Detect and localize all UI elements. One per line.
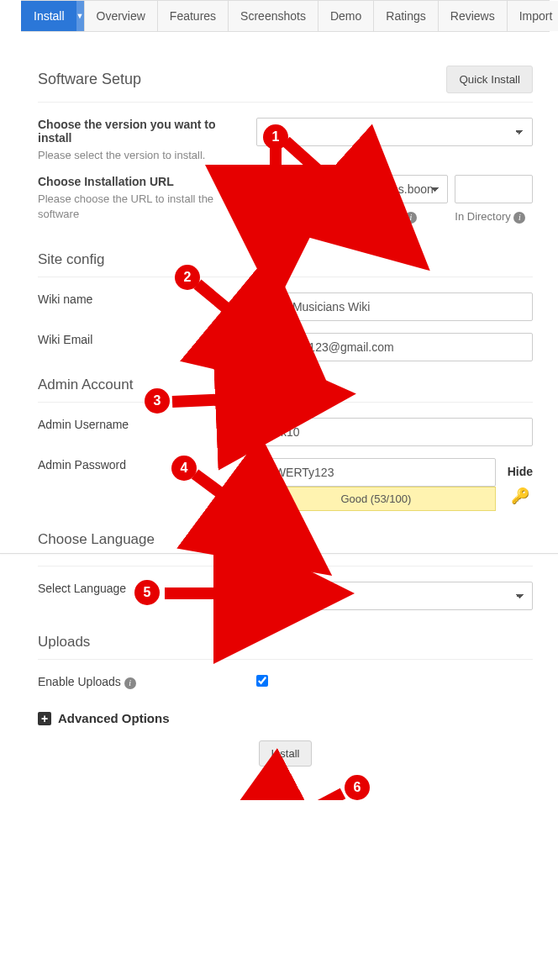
tabs-nav: Install ▼ Overview Features Screenshots … [21,0,550,32]
tab-screenshots[interactable]: Screenshots [228,1,318,31]
in-directory-input[interactable] [455,175,533,203]
tab-demo[interactable]: Demo [318,1,373,31]
generate-key-icon[interactable]: 🔑 [511,487,529,505]
admin-username-input[interactable] [256,418,533,446]
annotation-badge-1: 1 [263,124,288,150]
protocol-caption: Choose Protocol [256,210,297,235]
divider [38,402,533,403]
domain-select[interactable]: usamusicians.boon [324,175,448,203]
wiki-email-input[interactable] [256,333,533,361]
password-strength: Good (53/100) [256,487,496,511]
version-select[interactable]: 0 [256,118,533,146]
divider [38,102,533,103]
language-select[interactable]: English [256,582,533,610]
install-url-sublabel: Please choose the URL to install the sof… [38,192,241,222]
tab-features[interactable]: Features [157,1,228,31]
divider [38,659,533,660]
annotation-badge-2: 2 [175,265,200,290]
advanced-options-label: Advanced Options [58,711,170,725]
uploads-title: Uploads [38,634,90,651]
tab-ratings[interactable]: Ratings [373,1,437,31]
divider [38,566,533,566]
admin-password-label: Admin Password [38,458,241,472]
advanced-options-toggle[interactable]: + Advanced Options [38,711,533,725]
quick-install-button[interactable]: Quick Install [446,66,533,93]
annotation-badge-5: 5 [134,580,160,605]
tab-overview[interactable]: Overview [84,1,157,31]
annotation-badge-3: 3 [145,388,170,414]
version-label: Choose the version you want to install [38,118,241,145]
wiki-name-input[interactable] [256,292,533,321]
enable-uploads-label: Enable Uploads [38,675,121,688]
admin-password-input[interactable] [256,458,496,487]
admin-account-title: Admin Account [38,377,133,393]
plus-icon: + [38,712,51,725]
annotation-badge-6: 6 [345,775,370,800]
indir-caption: In Directory [455,210,510,223]
hide-password-link[interactable]: Hide [508,465,533,478]
protocol-select[interactable]: http:// [256,175,317,203]
divider [38,277,533,277]
enable-uploads-checkbox[interactable] [256,675,268,687]
annotation-badge-4: 4 [171,456,197,481]
info-icon[interactable]: i [405,212,417,224]
admin-username-label: Admin Username [38,418,241,431]
install-url-label: Choose Installation URL [38,175,241,188]
install-button[interactable]: Install [259,740,313,767]
divider [0,553,558,554]
info-icon[interactable]: i [124,677,136,689]
tab-reviews[interactable]: Reviews [438,1,507,31]
wiki-name-label: Wiki name [38,292,241,306]
software-setup-title: Software Setup [38,71,141,88]
tab-import[interactable]: Import [507,1,558,31]
info-icon[interactable]: i [513,212,525,224]
tab-install-dropdown[interactable]: ▼ [76,1,84,31]
domain-caption: Choose Domain [324,210,402,223]
tab-install[interactable]: Install [21,1,76,31]
choose-language-title: Choose Language [38,531,155,548]
site-config-title: Site config [38,251,104,268]
wiki-email-label: Wiki Email [38,333,241,346]
version-sublabel: Please select the version to install. [38,148,241,163]
info-icon[interactable]: i [299,224,311,236]
